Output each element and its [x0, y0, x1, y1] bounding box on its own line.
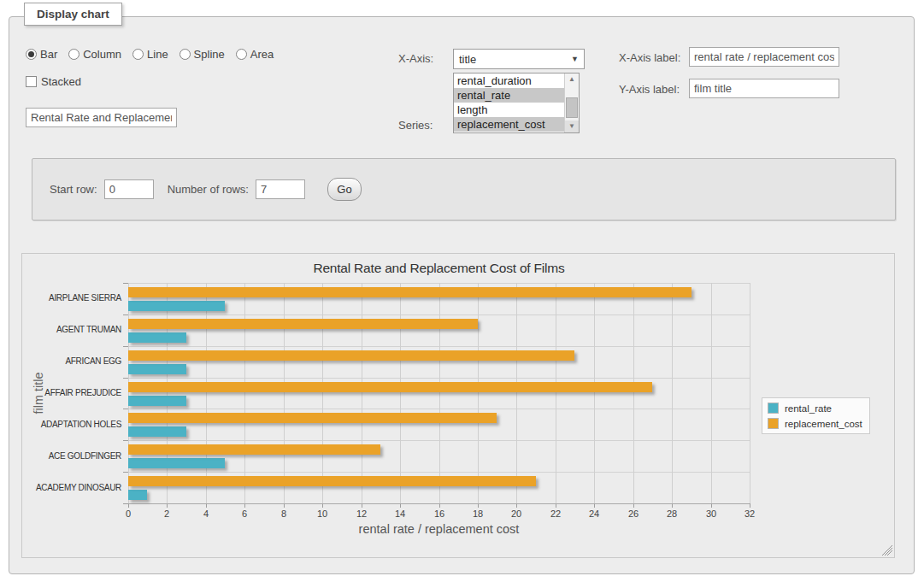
- radio-column-label: Column: [83, 48, 121, 61]
- bar-rental_rate: [128, 301, 225, 311]
- x-axis-line: [128, 503, 750, 504]
- bar-rental_rate: [128, 490, 147, 500]
- series-option[interactable]: length: [454, 103, 564, 117]
- plot-area: 02468101214161820222426283032AIRPLANE SI…: [128, 283, 750, 503]
- scroll-up-icon[interactable]: ▲: [565, 73, 579, 85]
- x-tick-label: 12: [344, 509, 379, 519]
- x-axis-select[interactable]: title ▼: [453, 49, 585, 69]
- x-tick-label: 8: [267, 509, 301, 519]
- x-axis-label-caption: X-Axis label:: [619, 51, 680, 64]
- radio-area-icon[interactable]: [236, 49, 247, 60]
- stacked-label: Stacked: [41, 75, 81, 88]
- gridline-vertical: [244, 283, 245, 503]
- bar-replacement_cost: [128, 382, 652, 392]
- gridline-vertical: [322, 283, 323, 503]
- radio-bar-icon[interactable]: [26, 49, 37, 60]
- start-row-input[interactable]: [104, 179, 154, 199]
- radio-line-icon[interactable]: [132, 49, 144, 60]
- legend-entry: replacement_cost: [768, 418, 862, 429]
- series-list-label: Series:: [398, 119, 433, 132]
- radio-line-label: Line: [147, 48, 168, 61]
- chevron-down-icon: ▼: [571, 55, 579, 63]
- x-tick-label: 32: [733, 509, 767, 519]
- radio-spline-label: Spline: [194, 48, 225, 61]
- category-label: ACADEMY DINOSAUR: [27, 483, 121, 492]
- gridline-vertical: [439, 283, 440, 503]
- gridline-vertical: [478, 283, 479, 503]
- gridline-vertical: [128, 283, 129, 503]
- x-tick-label: 4: [189, 509, 223, 519]
- gridline-vertical: [284, 283, 285, 503]
- legend-swatch-icon: [768, 418, 779, 429]
- scroll-down-icon[interactable]: ▼: [565, 121, 579, 132]
- gridline-vertical: [206, 283, 207, 503]
- gridline-vertical: [672, 283, 673, 503]
- number-of-rows-label: Number of rows:: [168, 183, 249, 196]
- bar-rental_rate: [128, 364, 186, 374]
- bar-rental_rate: [128, 458, 225, 468]
- stacked-checkbox[interactable]: [26, 76, 37, 87]
- radio-spline-icon[interactable]: [180, 49, 191, 60]
- bar-replacement_cost: [128, 350, 574, 361]
- category-label: AIRPLANE SIERRA: [27, 293, 121, 303]
- stacked-checkbox-row[interactable]: Stacked: [26, 75, 81, 88]
- series-option[interactable]: rental_duration: [454, 73, 564, 88]
- x-axis-selected-value: title: [459, 53, 476, 66]
- x-tick-label: 6: [227, 509, 262, 519]
- chart-legend: rental_ratereplacement_cost: [762, 397, 870, 434]
- gridline-vertical: [362, 283, 362, 503]
- radio-line[interactable]: Line: [132, 48, 168, 61]
- x-tick-label: 14: [383, 509, 417, 519]
- radio-column[interactable]: Column: [68, 48, 121, 61]
- x-tick-label: 26: [616, 509, 650, 519]
- x-tick-label: 30: [694, 509, 728, 519]
- radio-bar-label: Bar: [40, 48, 57, 61]
- y-axis-label-caption: Y-Axis label:: [619, 83, 680, 96]
- x-axis-title: rental rate / replacement cost: [128, 522, 750, 536]
- bar-replacement_cost: [128, 287, 692, 297]
- bar-replacement_cost: [128, 476, 536, 486]
- radio-area[interactable]: Area: [236, 48, 274, 61]
- bar-replacement_cost: [128, 413, 497, 423]
- start-row-label: Start row:: [50, 183, 97, 196]
- gridline-vertical: [633, 283, 634, 503]
- chart-container: Rental Rate and Replacement Cost of Film…: [21, 253, 895, 558]
- row-range-panel: Start row: Number of rows: Go: [32, 158, 896, 220]
- x-tick-label: 22: [539, 509, 573, 519]
- bar-replacement_cost: [128, 319, 478, 329]
- fieldset-legend: Display chart: [24, 3, 122, 26]
- x-tick-label: 2: [150, 509, 184, 519]
- y-axis-label-input[interactable]: [689, 79, 839, 98]
- bar-rental_rate: [128, 332, 186, 343]
- chart-title: Rental Rate and Replacement Cost of Film…: [128, 261, 750, 276]
- legend-swatch-icon: [768, 403, 779, 414]
- scrollbar-thumb[interactable]: [566, 97, 578, 118]
- x-axis-select-label: X-Axis:: [398, 52, 433, 65]
- series-listbox[interactable]: rental_duration rental_rate length repla…: [453, 73, 580, 133]
- series-option[interactable]: rental_rate: [454, 88, 564, 103]
- radio-spline[interactable]: Spline: [180, 48, 225, 61]
- category-label: AGENT TRUMAN: [27, 325, 121, 334]
- bar-rental_rate: [128, 426, 186, 437]
- radio-area-label: Area: [250, 48, 274, 61]
- number-of-rows-input[interactable]: [256, 179, 305, 199]
- radio-bar[interactable]: Bar: [26, 48, 57, 61]
- display-chart-page: Display chart Bar Column Line Spline Are…: [0, 0, 924, 582]
- legend-label: rental_rate: [785, 403, 832, 414]
- x-tick-label: 16: [422, 509, 456, 519]
- gridline-vertical: [400, 283, 401, 503]
- chart-title-input[interactable]: [26, 108, 177, 127]
- chart-type-radio-group: Bar Column Line Spline Area: [26, 48, 274, 61]
- resize-grip-icon[interactable]: [881, 544, 892, 556]
- bar-replacement_cost: [128, 444, 380, 455]
- x-axis-label-input[interactable]: [689, 47, 839, 67]
- series-scrollbar[interactable]: ▲ ▼: [564, 73, 579, 132]
- x-tick-label: 0: [111, 509, 145, 519]
- x-tick-label: 24: [577, 509, 611, 519]
- gridline-vertical: [516, 283, 517, 503]
- x-tick-label: 20: [499, 509, 533, 519]
- legend-entry: rental_rate: [768, 403, 862, 414]
- go-button[interactable]: Go: [327, 178, 362, 201]
- radio-column-icon[interactable]: [68, 49, 79, 60]
- series-option[interactable]: replacement_cost: [454, 117, 564, 132]
